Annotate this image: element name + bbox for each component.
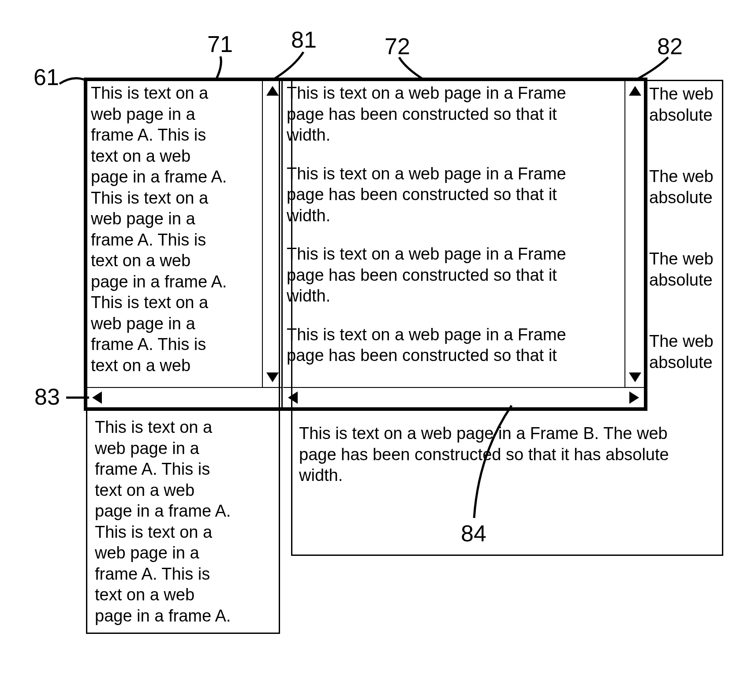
chevron-down-icon <box>629 372 641 382</box>
frame-b-scroll-right-button[interactable] <box>624 388 644 407</box>
strip-para-1: The web absolute <box>649 84 722 126</box>
page-b-overflow-strip: The web absolute The web absolute The we… <box>649 84 722 384</box>
chevron-left-icon <box>92 391 102 404</box>
frame-b-para-3: This is text on a web page in a Frame pa… <box>287 244 621 307</box>
frame-b-scroll-down-button[interactable] <box>625 368 645 387</box>
chevron-up-icon <box>629 86 641 96</box>
frame-a-scroll-left-button[interactable] <box>87 388 107 407</box>
strip-para-4: The web absolute <box>649 331 722 373</box>
frame-a-vscrollbar[interactable] <box>262 81 281 387</box>
callout-82: 82 <box>657 33 683 60</box>
strip-para-2: The web absolute <box>649 166 722 208</box>
frame-b-scroll-up-button[interactable] <box>625 81 645 101</box>
callout-83: 83 <box>34 384 60 410</box>
page-a-text-below: This is text on a web page in a frame A.… <box>90 414 276 629</box>
chevron-right-icon <box>629 391 639 404</box>
strip-para-3: The web absolute <box>649 249 722 290</box>
callout-71: 71 <box>207 31 233 57</box>
frame-a: This is text on a web page in a frame A.… <box>87 81 281 387</box>
frame-b-para-2: This is text on a web page in a Frame pa… <box>287 164 621 227</box>
chevron-up-icon <box>266 86 279 96</box>
frame-divider <box>281 81 283 407</box>
frame-b-vscrollbar[interactable] <box>624 81 644 387</box>
frame-b-text: This is text on a web page in a Frame pa… <box>283 81 624 387</box>
callout-81: 81 <box>291 26 317 53</box>
chevron-left-icon <box>288 391 298 404</box>
frame-b-para-4: This is text on a web page in a Frame pa… <box>287 324 621 366</box>
frame-a-hscrollbar[interactable] <box>87 387 281 406</box>
chevron-down-icon <box>266 372 279 382</box>
frame-a-scroll-up-button[interactable] <box>263 81 282 101</box>
page-b-text-below: This is text on a web page in a Frame B.… <box>299 423 714 486</box>
frame-a-scroll-down-button[interactable] <box>263 368 282 387</box>
callout-72: 72 <box>385 33 410 60</box>
frame-b: This is text on a web page in a Frame pa… <box>283 81 644 387</box>
callout-61: 61 <box>34 64 59 90</box>
frame-b-scroll-left-button[interactable] <box>283 388 303 407</box>
frame-a-text: This is text on a web page in a frame A.… <box>87 81 262 387</box>
callout-84: 84 <box>461 520 486 547</box>
viewport-window: This is text on a web page in a frame A.… <box>84 78 647 411</box>
frame-b-para-1: This is text on a web page in a Frame pa… <box>287 83 621 146</box>
frame-b-hscrollbar[interactable] <box>283 387 644 406</box>
